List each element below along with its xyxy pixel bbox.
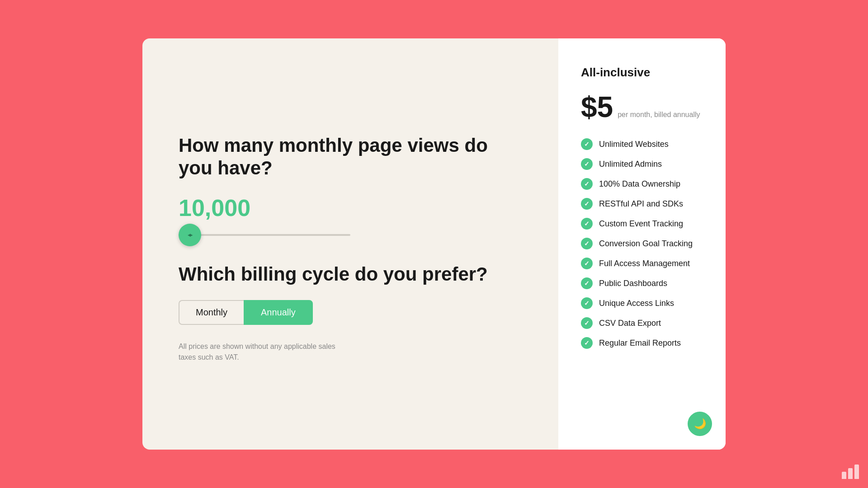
feature-item: Full Access Management [581,258,703,269]
bar-3 [854,465,859,479]
feature-item: Unlimited Websites [581,138,703,150]
page-views-display: 10,000 [179,194,522,221]
annually-button[interactable]: Annually [244,300,313,325]
dark-mode-button[interactable]: 🌙 [688,412,712,436]
feature-text: RESTful API and SDKs [599,199,683,209]
feature-item: Custom Event Tracking [581,218,703,230]
features-list: Unlimited WebsitesUnlimited Admins100% D… [581,138,703,349]
slider-thumb[interactable] [179,224,201,246]
check-icon [581,138,593,150]
feature-item: Unlimited Admins [581,158,703,170]
slider-container [179,234,350,236]
question-pageviews: How many monthly page views do you have? [179,134,522,180]
check-icon [581,158,593,170]
check-icon [581,178,593,190]
feature-text: Regular Email Reports [599,338,681,348]
feature-text: Unique Access Links [599,299,674,308]
background-bar-chart [842,465,859,479]
billing-toggle: Monthly Annually [179,300,313,325]
right-panel: All-inclusive $5 per month, billed annua… [558,38,726,450]
check-icon [581,297,593,309]
check-icon [581,258,593,269]
feature-text: Unlimited Admins [599,160,662,169]
feature-text: Conversion Goal Tracking [599,239,693,249]
feature-text: Full Access Management [599,259,690,268]
feature-item: Public Dashboards [581,277,703,289]
plan-name: All-inclusive [581,66,703,80]
check-icon [581,317,593,329]
price-row: $5 per month, billed annually [581,90,703,124]
bar-2 [848,468,853,479]
question-billing: Which billing cycle do you prefer? [179,263,522,286]
price-amount: $5 [581,90,613,124]
feature-item: Conversion Goal Tracking [581,238,703,249]
bar-1 [842,472,846,479]
feature-item: RESTful API and SDKs [581,198,703,210]
check-icon [581,218,593,230]
slider-track [179,234,350,236]
check-icon [581,277,593,289]
feature-text: Custom Event Tracking [599,219,683,229]
main-card: How many monthly page views do you have?… [142,38,726,450]
feature-item: Regular Email Reports [581,337,703,349]
feature-text: CSV Data Export [599,319,661,328]
moon-icon: 🌙 [694,418,706,430]
feature-text: Unlimited Websites [599,140,669,149]
feature-item: CSV Data Export [581,317,703,329]
check-icon [581,238,593,249]
tax-note: All prices are shown without any applica… [179,341,350,363]
price-period: per month, billed annually [618,111,700,119]
feature-item: Unique Access Links [581,297,703,309]
feature-item: 100% Data Ownership [581,178,703,190]
check-icon [581,337,593,349]
feature-text: 100% Data Ownership [599,179,680,189]
feature-text: Public Dashboards [599,279,667,288]
check-icon [581,198,593,210]
left-panel: How many monthly page views do you have?… [142,38,558,450]
monthly-button[interactable]: Monthly [179,300,244,325]
